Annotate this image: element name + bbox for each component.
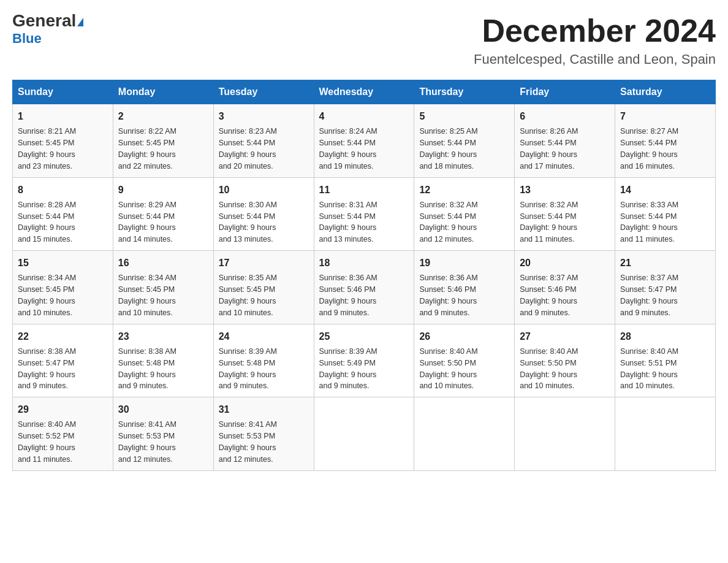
day-daylight-min: and 11 minutes. (620, 235, 675, 243)
day-sunset: Sunset: 5:45 PM (219, 285, 275, 294)
day-daylight: Daylight: 9 hours (18, 443, 75, 452)
day-daylight: Daylight: 9 hours (620, 370, 678, 379)
day-sunset: Sunset: 5:44 PM (219, 139, 275, 147)
day-sunrise: Sunrise: 8:40 AM (18, 420, 76, 429)
day-number: 17 (219, 256, 309, 270)
calendar-cell: 6 Sunrise: 8:26 AM Sunset: 5:44 PM Dayli… (515, 104, 615, 178)
day-number: 3 (219, 109, 309, 123)
day-daylight: Daylight: 9 hours (620, 223, 678, 232)
day-sunset: Sunset: 5:50 PM (419, 359, 476, 367)
day-daylight-min: and 9 minutes. (18, 381, 68, 390)
day-sunset: Sunset: 5:44 PM (520, 212, 576, 221)
day-number: 13 (520, 183, 610, 197)
calendar-cell: 29 Sunrise: 8:40 AM Sunset: 5:52 PM Dayl… (13, 397, 113, 471)
calendar-cell: 19 Sunrise: 8:36 AM Sunset: 5:46 PM Dayl… (414, 251, 515, 324)
logo: General Blue (12, 12, 83, 47)
calendar-cell: 26 Sunrise: 8:40 AM Sunset: 5:50 PM Dayl… (414, 324, 515, 397)
day-number: 31 (219, 402, 309, 416)
calendar-cell: 5 Sunrise: 8:25 AM Sunset: 5:44 PM Dayli… (414, 104, 515, 178)
logo-sub: Blue (12, 31, 42, 47)
day-sunrise: Sunrise: 8:25 AM (419, 127, 477, 136)
day-daylight: Daylight: 9 hours (620, 150, 678, 159)
day-sunrise: Sunrise: 8:24 AM (319, 127, 377, 136)
title-block: December 2024 Fuentelcesped, Castille an… (474, 12, 716, 67)
day-daylight-min: and 17 minutes. (520, 162, 574, 170)
logo-text: General (12, 12, 83, 29)
day-sunset: Sunset: 5:52 PM (18, 432, 74, 440)
day-sunrise: Sunrise: 8:38 AM (18, 347, 76, 356)
day-sunrise: Sunrise: 8:28 AM (18, 201, 76, 209)
day-daylight-min: and 10 minutes. (219, 308, 273, 317)
day-daylight-min: and 10 minutes. (118, 308, 173, 317)
day-number: 26 (419, 329, 509, 343)
day-daylight-min: and 22 minutes. (118, 162, 173, 170)
day-sunrise: Sunrise: 8:32 AM (419, 201, 477, 209)
calendar-cell: 9 Sunrise: 8:29 AM Sunset: 5:44 PM Dayli… (113, 177, 213, 251)
day-daylight: Daylight: 9 hours (520, 297, 577, 305)
day-daylight-min: and 9 minutes. (520, 308, 570, 317)
day-daylight: Daylight: 9 hours (118, 150, 176, 159)
day-sunrise: Sunrise: 8:29 AM (118, 201, 176, 209)
day-sunrise: Sunrise: 8:38 AM (118, 347, 176, 356)
day-daylight-min: and 19 minutes. (319, 162, 374, 170)
day-sunrise: Sunrise: 8:40 AM (620, 347, 678, 356)
day-sunset: Sunset: 5:51 PM (620, 359, 677, 367)
day-daylight-min: and 11 minutes. (520, 235, 574, 243)
month-title: December 2024 (474, 12, 716, 49)
day-sunset: Sunset: 5:53 PM (219, 432, 275, 440)
calendar-cell: 13 Sunrise: 8:32 AM Sunset: 5:44 PM Dayl… (515, 177, 615, 251)
day-sunrise: Sunrise: 8:40 AM (419, 347, 477, 356)
day-sunset: Sunset: 5:53 PM (118, 432, 175, 440)
day-daylight-min: and 13 minutes. (219, 235, 273, 243)
day-sunrise: Sunrise: 8:37 AM (620, 274, 678, 282)
calendar-cell: 4 Sunrise: 8:24 AM Sunset: 5:44 PM Dayli… (314, 104, 414, 178)
day-number: 30 (118, 402, 208, 416)
calendar-cell: 24 Sunrise: 8:39 AM Sunset: 5:48 PM Dayl… (213, 324, 314, 397)
day-daylight: Daylight: 9 hours (118, 223, 176, 232)
day-daylight-min: and 10 minutes. (520, 381, 574, 390)
day-sunrise: Sunrise: 8:39 AM (219, 347, 277, 356)
day-number: 28 (620, 329, 710, 343)
day-daylight-min: and 10 minutes. (18, 308, 72, 317)
day-number: 7 (620, 109, 710, 123)
day-sunrise: Sunrise: 8:21 AM (18, 127, 76, 136)
day-sunset: Sunset: 5:45 PM (118, 139, 175, 147)
day-sunset: Sunset: 5:48 PM (118, 359, 175, 367)
calendar-cell: 23 Sunrise: 8:38 AM Sunset: 5:48 PM Dayl… (113, 324, 213, 397)
day-daylight: Daylight: 9 hours (419, 297, 477, 305)
day-sunset: Sunset: 5:44 PM (319, 212, 376, 221)
day-number: 16 (118, 256, 208, 270)
day-daylight: Daylight: 9 hours (319, 223, 377, 232)
col-wednesday: Wednesday (314, 80, 414, 104)
day-sunset: Sunset: 5:46 PM (319, 285, 376, 294)
day-sunset: Sunset: 5:50 PM (520, 359, 576, 367)
calendar-cell: 3 Sunrise: 8:23 AM Sunset: 5:44 PM Dayli… (213, 104, 314, 178)
week-row-4: 22 Sunrise: 8:38 AM Sunset: 5:47 PM Dayl… (13, 324, 716, 397)
day-sunset: Sunset: 5:44 PM (219, 212, 275, 221)
calendar-cell: 14 Sunrise: 8:33 AM Sunset: 5:44 PM Dayl… (615, 177, 716, 251)
calendar-cell: 20 Sunrise: 8:37 AM Sunset: 5:46 PM Dayl… (515, 251, 615, 324)
calendar-cell: 22 Sunrise: 8:38 AM Sunset: 5:47 PM Dayl… (13, 324, 113, 397)
day-number: 1 (18, 109, 108, 123)
day-daylight-min: and 9 minutes. (620, 308, 670, 317)
day-daylight: Daylight: 9 hours (419, 223, 477, 232)
day-sunrise: Sunrise: 8:40 AM (520, 347, 578, 356)
day-daylight-min: and 10 minutes. (620, 381, 675, 390)
day-sunrise: Sunrise: 8:34 AM (118, 274, 176, 282)
day-number: 14 (620, 183, 710, 197)
day-daylight-min: and 9 minutes. (219, 381, 269, 390)
col-sunday: Sunday (13, 80, 113, 104)
day-number: 24 (219, 329, 309, 343)
day-sunset: Sunset: 5:47 PM (620, 285, 677, 294)
day-sunrise: Sunrise: 8:32 AM (520, 201, 578, 209)
calendar-cell: 10 Sunrise: 8:30 AM Sunset: 5:44 PM Dayl… (213, 177, 314, 251)
day-daylight: Daylight: 9 hours (319, 370, 377, 379)
col-tuesday: Tuesday (213, 80, 314, 104)
calendar-cell: 7 Sunrise: 8:27 AM Sunset: 5:44 PM Dayli… (615, 104, 716, 178)
day-number: 2 (118, 109, 208, 123)
calendar-cell: 21 Sunrise: 8:37 AM Sunset: 5:47 PM Dayl… (615, 251, 716, 324)
day-daylight-min: and 15 minutes. (18, 235, 72, 243)
day-daylight-min: and 13 minutes. (319, 235, 374, 243)
day-daylight: Daylight: 9 hours (18, 297, 75, 305)
day-daylight: Daylight: 9 hours (18, 223, 75, 232)
